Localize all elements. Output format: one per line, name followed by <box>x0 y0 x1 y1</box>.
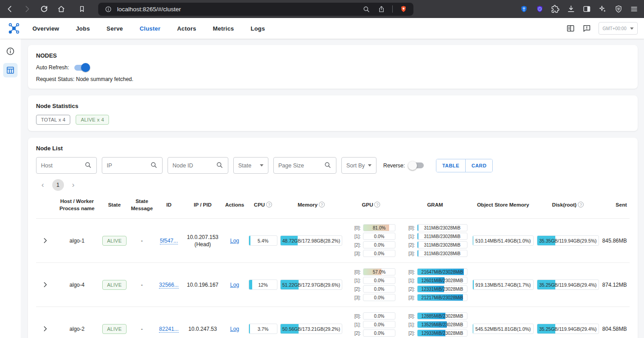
cpu-usage-bar: 12% <box>249 279 277 290</box>
gpu-index-label: [0]: <box>351 270 361 275</box>
usage-bar-label: 35.25GB/119.94GB(29.4%) <box>539 326 597 332</box>
prev-page-button[interactable]: ‹ <box>40 180 46 189</box>
node-statistics-title: Node Statistics <box>36 103 630 109</box>
gram-index-label: [1]: <box>405 322 415 327</box>
expand-row-button[interactable] <box>36 237 54 244</box>
state-filter-select[interactable]: State <box>233 157 268 174</box>
extension-clock-icon[interactable] <box>535 5 544 14</box>
object-store-bar: 510.14MB/51.49GB(1.0%) <box>472 235 534 246</box>
gpu-index-label: [0]: <box>351 225 361 230</box>
gram-usage-bar: 12933MiB/23028MiB <box>417 329 467 337</box>
feedback-icon[interactable] <box>582 24 591 33</box>
gpu-index-label: [3]: <box>351 295 361 300</box>
expand-row-button[interactable] <box>36 281 54 288</box>
log-link[interactable]: Log <box>230 238 239 244</box>
extensions-puzzle-icon[interactable] <box>551 5 560 14</box>
timezone-select[interactable]: GMT+00:00 <box>599 22 638 35</box>
tab-metrics[interactable]: Metrics <box>213 25 234 32</box>
gram-cell: [0]:311MiB/23028MiB[1]:311MiB/23028MiB[2… <box>399 224 471 257</box>
next-page-button[interactable]: › <box>70 180 77 189</box>
tab-serve[interactable]: Serve <box>107 25 123 32</box>
filter-placeholder: State <box>238 162 251 169</box>
gpu-device-row: [2]:0.0% <box>351 241 395 248</box>
find-in-page-icon[interactable] <box>362 5 371 14</box>
column-header-cpu: CPU <box>247 202 279 209</box>
log-link[interactable]: Log <box>230 282 239 288</box>
sidebar-item-info[interactable] <box>3 44 18 59</box>
url-text[interactable]: localhost:8265/#/cluster <box>117 6 362 13</box>
page-size-filter-input[interactable]: Page Size <box>273 157 336 174</box>
tab-cluster[interactable]: Cluster <box>140 25 160 32</box>
host-filter-input[interactable]: Host <box>36 157 97 174</box>
help-icon[interactable] <box>266 202 272 207</box>
reverse-toggle[interactable] <box>409 162 424 168</box>
forward-icon[interactable] <box>23 5 32 14</box>
gpu-device-row: [1]:0.0% <box>351 321 395 328</box>
gram-usage-bar: 12331MiB/23028MiB <box>417 285 467 293</box>
request-status: Request Status: Node summary fetched. <box>36 76 630 82</box>
node-id-link[interactable]: 5f547... <box>160 238 178 244</box>
sort-by-filter-select[interactable]: Sort By <box>341 157 376 174</box>
ip-cell: 10.0.207.153(Head) <box>183 234 222 248</box>
tab-jobs[interactable]: Jobs <box>76 25 90 32</box>
share-icon[interactable] <box>377 5 386 14</box>
column-header-ip-pid: IP / PID <box>183 202 222 209</box>
state-cell: ALIVE <box>100 236 129 246</box>
gram-index-label: [2]: <box>405 243 415 248</box>
usage-bar-label: 35.25GB/119.94GB(29.4%) <box>539 282 597 288</box>
reload-icon[interactable] <box>40 5 49 14</box>
card-view-button[interactable]: CARD <box>465 159 492 172</box>
site-info-icon[interactable] <box>104 5 113 14</box>
docs-reader-icon[interactable] <box>566 24 575 33</box>
object-store-cell: 545.52MB/51.81GB(1.0%) <box>471 324 535 334</box>
gram-index-label: [3]: <box>405 251 415 256</box>
gram-index-label: [1]: <box>405 278 415 283</box>
ip-filter-input[interactable]: IP <box>102 157 163 174</box>
gram-cell: [0]:12885MiB/23028MiB[1]:13529MiB/23028M… <box>399 312 471 338</box>
sparkles-icon[interactable] <box>598 5 607 14</box>
usage-bar-label: 21647MiB/23028MiB <box>422 270 463 275</box>
tab-actors[interactable]: Actors <box>177 25 196 32</box>
usage-bar-label: 12% <box>258 282 268 288</box>
gram-device-row: [3]:311MiB/23028MiB <box>405 250 467 257</box>
tab-logs[interactable]: Logs <box>251 25 265 32</box>
url-bar[interactable]: localhost:8265/#/cluster <box>98 3 413 16</box>
cyan-bar-fill <box>249 280 252 289</box>
id-cell: 32566... <box>155 282 183 288</box>
sidebar-item-table-view[interactable] <box>3 63 18 77</box>
search-icon <box>216 161 223 170</box>
auto-refresh-toggle[interactable] <box>74 65 89 71</box>
sidebar-toggle-icon[interactable] <box>582 5 591 14</box>
menu-icon[interactable] <box>630 5 639 14</box>
table-view-button[interactable]: TABLE <box>436 159 465 172</box>
node-id-link[interactable]: 82241... <box>159 326 178 333</box>
usage-bar-label: 50.56GB/173.21GB(29.2%) <box>282 326 340 332</box>
view-mode-toggle: TABLECARD <box>436 159 493 172</box>
bookmark-icon[interactable] <box>77 5 86 14</box>
back-icon[interactable] <box>5 5 14 14</box>
help-icon[interactable] <box>578 202 584 207</box>
page-number-button[interactable]: 1 <box>52 179 64 191</box>
node-id-link[interactable]: 32566... <box>159 282 178 288</box>
timezone-value: GMT+00:00 <box>603 26 626 31</box>
help-icon[interactable] <box>374 202 380 207</box>
gram-device-row: [0]:12885MiB/23028MiB <box>405 312 467 320</box>
home-icon[interactable] <box>57 5 66 14</box>
usage-bar-label: 51.22GB/172.97GB(29.6%) <box>282 282 340 288</box>
extension-shield-blue-icon[interactable] <box>519 5 528 14</box>
node-id-filter-input[interactable]: Node ID <box>168 157 228 174</box>
shield-settings-icon[interactable] <box>614 5 623 14</box>
gram-usage-bar: 21647MiB/23028MiB <box>417 268 467 275</box>
state-badge: ALIVE <box>102 280 127 290</box>
expand-row-button[interactable] <box>36 325 54 332</box>
help-icon[interactable] <box>319 202 325 207</box>
tab-overview[interactable]: Overview <box>32 25 59 32</box>
gpu-usage-bar: 0.0% <box>363 285 395 293</box>
host-name: algo-2 <box>54 326 100 332</box>
log-link[interactable]: Log <box>230 326 239 332</box>
memory-usage-bar: 48.72GB/172.98GB(28.2%) <box>280 235 342 246</box>
gram-usage-bar: 12601MiB/23028MiB <box>417 277 467 284</box>
brave-shield-icon[interactable] <box>399 5 408 14</box>
usage-bar-label: 57.0% <box>373 270 385 275</box>
downloads-icon[interactable] <box>567 5 576 14</box>
